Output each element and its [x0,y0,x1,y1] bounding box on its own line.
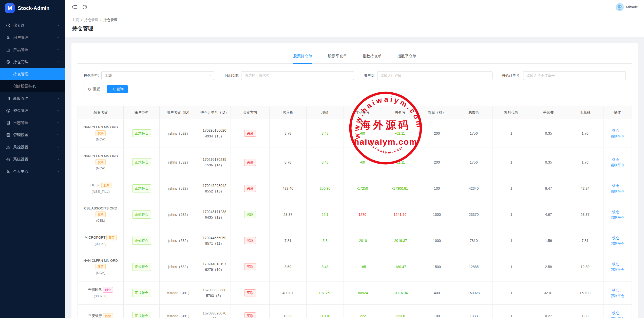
sidebar-subitem[interactable]: 持仓管理 [0,68,65,80]
cell-total-pl: -2019.37 [381,229,419,252]
tab-指数平仓单[interactable]: 指数平仓单 [397,54,416,63]
lock-position-link[interactable]: 锁仓 [612,311,619,315]
cell-user: jishns（532） [160,177,198,200]
breadcrumb-item[interactable]: 主页 [72,18,79,22]
cell-actions: 锁仓|强制平仓 [603,252,632,281]
cell-user: jishns（532） [160,252,198,281]
cell-finance-name: 宁德时代 创业(300750) [78,281,124,305]
sidebar-item-document[interactable]: 日志管理 [0,117,65,129]
sidebar: M Stock-Admin 仪表盘用户管理产品管理持仓管理持仓管理创建股票持仓新… [0,0,65,318]
user-menu[interactable]: Mitrade [616,3,638,11]
sidebar-item-user[interactable]: 个人中心 [0,165,65,178]
user-id-input[interactable] [377,71,493,80]
lock-position-link[interactable]: 锁仓 [612,262,619,266]
breadcrumb-item: 持仓管理 [103,18,118,22]
chevron-down-icon [57,121,60,124]
sidebar-item-chart[interactable]: 产品管理 [0,44,65,56]
sidebar-item-dollar[interactable]: 资金管理 [0,104,65,117]
cell-fee: 0.35 [530,119,567,148]
force-close-link[interactable]: 强制平仓 [611,317,624,318]
cell-quantity: 100 [419,177,455,200]
cell-order-no: 16709962807027 [198,305,231,318]
force-close-link[interactable]: 强制平仓 [611,216,624,219]
user-icon [6,169,10,174]
lock-position-link[interactable]: 锁仓 [612,236,619,240]
column-header: 账户类型 [124,106,160,119]
direction-tag: 买涨 [244,237,256,244]
cell-market-value: 7810 [455,229,493,252]
lock-position-link[interactable]: 锁仓 [612,184,619,188]
order-no-input[interactable] [523,71,626,80]
force-close-link[interactable]: 强制平仓 [611,268,624,272]
cell-market-value: 12885 [455,252,493,281]
chevron-down-icon [57,48,60,51]
cell-actions: 锁仓|强制平仓 [603,200,632,229]
tab-指数持仓单[interactable]: 指数持仓单 [363,54,382,63]
sidebar-subitem[interactable]: 创建股票持仓 [0,80,65,92]
cell-order-no: 1702451712386435（12） [198,200,231,229]
cell-quantity: 200 [419,148,455,177]
query-button[interactable]: 查询 [107,85,128,93]
force-close-link[interactable]: 强制平仓 [611,189,624,193]
reset-button[interactable]: 重置 [84,85,104,93]
refresh-page-icon[interactable] [82,4,88,10]
cell-user: Mitrade（391） [160,281,198,305]
cell-leverage: 1 [493,177,530,200]
cell-leverage: 1 [493,229,530,252]
cell-fee: 0.27 [530,305,567,318]
cell-floating-pl: -2010 [344,229,381,252]
chevron-down-icon [348,74,351,77]
sidebar-item-candles[interactable]: 新股管理 [0,92,65,104]
app-logo: M Stock-Admin [0,0,65,16]
cell-quantity: 1000 [419,229,455,252]
agent-select[interactable]: 请选择下级代理 [241,71,354,80]
sidebar-item-gear[interactable]: 系统设置 [0,153,65,165]
lock-position-link[interactable]: 锁仓 [612,210,619,214]
sidebar-item-users[interactable]: 用户管理 [0,31,65,44]
cell-leverage: 1 [493,252,530,281]
sidebar-item-dashboard[interactable]: 仪表盘 [0,19,65,31]
positions-table: 融资名称账户类型用户名称（ID）持仓订单号（ID）买卖方向买入价现价浮动盈亏总盈… [78,106,632,318]
document-icon [6,121,10,125]
tab-股票平仓单[interactable]: 股票平仓单 [328,54,347,63]
cell-stamp-tax: 160.03 [567,281,603,305]
lock-position-link[interactable]: 锁仓 [612,288,619,292]
breadcrumb: 主页/持仓管理/持仓管理 [72,18,637,22]
tab-股票持仓单[interactable]: 股票持仓单 [293,54,312,63]
table-row: CBL ASSOCITS ORD 股票(CBL)正式持仓jishns（532）1… [78,200,632,229]
breadcrumb-separator: / [100,18,101,22]
sidebar-item-sliders[interactable]: 管理设置 [0,129,65,141]
cell-market-value: 160028 [455,281,493,305]
account-type-tag: 正式持仓 [132,210,151,219]
sidebar-item-warning[interactable]: 风控设置 [0,141,65,153]
column-header: 浮动盈亏 [344,106,381,119]
cell-current-price: 250.90 [307,177,344,200]
cell-total-pl: -62.11 [381,119,419,148]
sidebar-item-shield[interactable]: 持仓管理 [0,56,65,68]
force-close-link[interactable]: 强制平仓 [611,134,624,138]
cell-floating-pl: -222 [344,305,381,318]
shield-icon [6,60,10,64]
cell-user: jishns（532） [160,119,198,148]
lock-position-link[interactable]: 锁仓 [612,158,619,162]
button-row: 重置 查询 [78,85,632,93]
cell-actions: 锁仓|强制平仓 [603,119,632,148]
account-type-tag: 正式持仓 [132,263,151,271]
cell-finance-name: NVN CLFRN MN ORD 股票(NCA) [78,119,124,148]
position-type-select[interactable]: 全部 [101,71,214,80]
market-tag: 创业 [103,287,113,293]
sliders-icon [6,133,10,137]
cell-stamp-tax: 42.34 [567,177,603,200]
force-close-link[interactable]: 强制平仓 [611,242,624,245]
cell-quantity: 400 [419,281,455,305]
force-close-link[interactable]: 强制平仓 [611,294,624,298]
cell-buy-price: 8.59 [269,252,306,281]
table-row: 平安银行 股票正式持仓Mitrade（391）16709962807027买涨1… [78,305,632,318]
cell-floating-pl: -60 [344,148,381,177]
collapse-sidebar-icon[interactable] [71,4,77,10]
lock-position-link[interactable]: 锁仓 [612,129,619,132]
force-close-link[interactable]: 强制平仓 [611,163,624,167]
sidebar-menu: 仪表盘用户管理产品管理持仓管理持仓管理创建股票持仓新股管理资金管理日志管理管理设… [0,19,65,178]
column-header: 买卖方向 [231,106,270,119]
cell-current-price: 8.48 [307,119,344,148]
